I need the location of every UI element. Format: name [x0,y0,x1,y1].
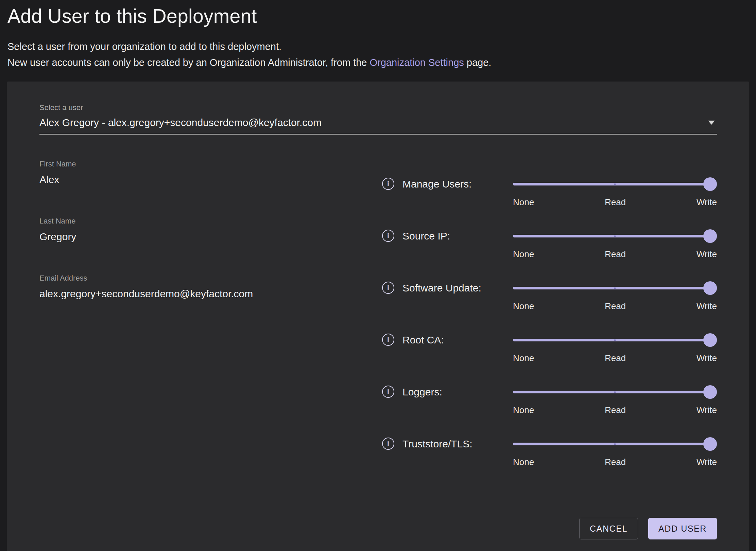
subtitle-line-2-suffix: page. [464,57,492,68]
slider-thumb[interactable] [703,281,717,295]
main-content: First Name Alex Last Name Gregory Email … [39,160,717,488]
manage-users-slider[interactable] [513,177,717,192]
slider-thumb[interactable] [703,229,717,243]
cancel-button[interactable]: CANCEL [579,518,638,539]
info-icon[interactable] [382,230,394,242]
slider-tick [614,183,616,185]
scale-none: None [513,301,534,312]
permission-label: Truststore/TLS: [402,437,513,451]
email-field: Email Address alex.gregory+seconduserdem… [39,274,382,300]
info-icon[interactable] [382,386,394,398]
permission-row-source-ip: Source IP: None Read Write [382,229,717,260]
user-select-group: Select a user Alex Gregory - alex.gregor… [39,103,717,135]
last-name-field: Last Name Gregory [39,217,382,243]
source-ip-slider[interactable] [513,229,717,244]
permission-label: Source IP: [402,229,513,244]
permission-row-root-ca: Root CA: None Read Write [382,333,717,363]
permission-row-software-update: Software Update: None Read Write [382,281,717,312]
last-name-label: Last Name [39,217,382,226]
slider-scale: None Read Write [513,405,717,415]
user-details: First Name Alex Last Name Gregory Email … [39,160,382,488]
slider-thumb[interactable] [703,177,717,191]
info-icon[interactable] [382,282,394,294]
subtitle-line-1: Select a user from your organization to … [7,39,749,55]
last-name-value: Gregory [39,231,382,243]
scale-read: Read [605,405,626,415]
info-icon[interactable] [382,178,394,190]
scale-write: Write [697,249,717,260]
dropdown-arrow-icon [708,121,715,125]
page-subtitle: Select a user from your organization to … [7,39,749,71]
scale-none: None [513,353,534,363]
permission-label: Root CA: [402,333,513,348]
user-select[interactable]: Alex Gregory - alex.gregory+seconduserde… [39,117,717,135]
scale-read: Read [605,197,626,208]
permissions-panel: Manage Users: None Read Write S [382,160,717,488]
email-value: alex.gregory+seconduserdemo@keyfactor.co… [39,288,382,300]
add-user-button[interactable]: ADD USER [648,518,717,539]
slider-tick [614,443,616,445]
permission-row-truststore-tls: Truststore/TLS: None Read Write [382,437,717,467]
scale-write: Write [697,301,717,312]
info-icon[interactable] [382,438,394,450]
slider-thumb[interactable] [703,333,717,347]
first-name-value: Alex [39,174,382,185]
scale-write: Write [697,457,717,467]
slider-block: None Read Write [513,177,717,208]
user-select-value: Alex Gregory - alex.gregory+seconduserde… [39,117,322,128]
slider-scale: None Read Write [513,197,717,208]
slider-scale: None Read Write [513,353,717,363]
slider-tick [614,391,616,393]
scale-none: None [513,405,534,415]
slider-scale: None Read Write [513,457,717,467]
slider-block: None Read Write [513,281,717,312]
slider-block: None Read Write [513,385,717,415]
slider-tick [614,287,616,289]
organization-settings-link[interactable]: Organization Settings [370,57,464,68]
loggers-slider[interactable] [513,385,717,399]
page-title: Add User to this Deployment [7,5,749,27]
first-name-label: First Name [39,160,382,168]
scale-read: Read [605,301,626,312]
slider-block: None Read Write [513,229,717,260]
permission-label: Loggers: [402,385,513,399]
slider-tick [614,339,616,341]
user-select-label: Select a user [39,103,717,112]
slider-thumb[interactable] [703,385,717,399]
slider-thumb[interactable] [703,437,717,451]
permission-label: Manage Users: [402,177,513,192]
slider-block: None Read Write [513,333,717,363]
software-update-slider[interactable] [513,281,717,296]
slider-scale: None Read Write [513,301,717,312]
first-name-field: First Name Alex [39,160,382,185]
scale-none: None [513,197,534,208]
slider-tick [614,235,616,237]
truststore-tls-slider[interactable] [513,437,717,451]
add-user-card: Select a user Alex Gregory - alex.gregor… [7,82,749,551]
dialog-actions: CANCEL ADD USER [39,518,717,539]
subtitle-line-2-prefix: New user accounts can only be created by… [7,57,370,68]
slider-block: None Read Write [513,437,717,467]
scale-write: Write [697,405,717,415]
permission-label: Software Update: [402,281,513,296]
slider-scale: None Read Write [513,249,717,260]
scale-write: Write [697,353,717,363]
scale-write: Write [697,197,717,208]
scale-read: Read [605,353,626,363]
scale-read: Read [605,249,626,260]
scale-none: None [513,249,534,260]
scale-none: None [513,457,534,467]
permission-row-loggers: Loggers: None Read Write [382,385,717,415]
scale-read: Read [605,457,626,467]
info-icon[interactable] [382,334,394,346]
permission-row-manage-users: Manage Users: None Read Write [382,177,717,208]
root-ca-slider[interactable] [513,333,717,348]
page-header: Add User to this Deployment Select a use… [0,0,756,71]
email-label: Email Address [39,274,382,283]
subtitle-line-2: New user accounts can only be created by… [7,55,749,71]
